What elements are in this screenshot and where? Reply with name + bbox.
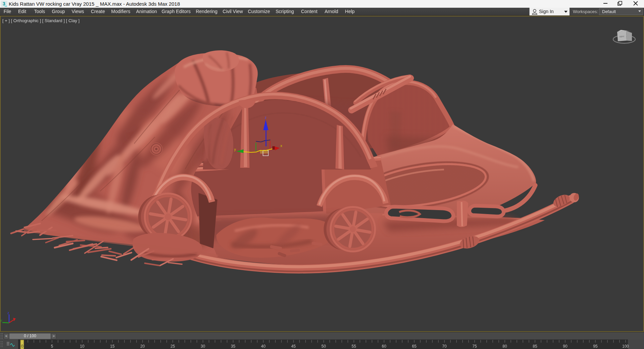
svg-text:20: 20 <box>140 344 145 349</box>
svg-text:65: 65 <box>412 344 417 349</box>
svg-text:0: 0 <box>21 344 23 349</box>
svg-text:25: 25 <box>170 344 175 349</box>
svg-text:40: 40 <box>261 344 266 349</box>
svg-text:5: 5 <box>51 344 53 349</box>
svg-text:60: 60 <box>382 344 386 349</box>
svg-text:15: 15 <box>110 344 115 349</box>
svg-text:95: 95 <box>593 344 598 349</box>
svg-text:10: 10 <box>80 344 85 349</box>
svg-text:45: 45 <box>291 344 296 349</box>
svg-text:85: 85 <box>533 344 537 349</box>
svg-text:90: 90 <box>563 344 568 349</box>
svg-text:100: 100 <box>622 344 629 349</box>
svg-text:80: 80 <box>502 344 507 349</box>
svg-text:55: 55 <box>352 344 356 349</box>
svg-text:3: 3 <box>3 1 5 6</box>
svg-text:50: 50 <box>321 344 326 349</box>
svg-text:35: 35 <box>231 344 235 349</box>
svg-text:70: 70 <box>442 344 447 349</box>
svg-text:30: 30 <box>201 344 205 349</box>
svg-text:75: 75 <box>472 344 477 349</box>
